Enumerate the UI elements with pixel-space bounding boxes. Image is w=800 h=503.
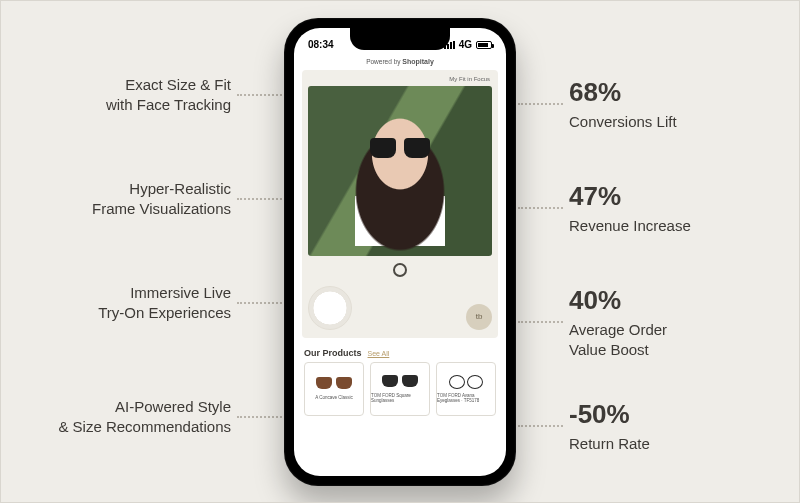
status-right: 4G xyxy=(444,39,492,50)
tryon-tabs: My Fit in Focus xyxy=(308,76,492,86)
feature-line: AI-Powered Style xyxy=(115,398,231,415)
tryon-capture-row xyxy=(308,262,492,278)
feature-text: Immersive Live Try-On Experiences xyxy=(41,283,231,324)
tryon-action-label: tb xyxy=(476,312,483,321)
product-name: TOM FORD Avana Eyeglasses · TF5178 xyxy=(437,393,495,403)
stat-value: 68% xyxy=(569,75,759,110)
stat-callout: 68% Conversions Lift xyxy=(500,75,759,132)
stat-callout: 40% Average Order Value Boost xyxy=(500,283,759,361)
feature-text: AI-Powered Style & Size Recommendations xyxy=(41,397,231,438)
product-cards[interactable]: A Concave Classic TOM FORD Square Sungla… xyxy=(304,362,496,416)
feature-callout: Hyper-Realistic Frame Visualizations xyxy=(41,179,300,220)
connector-dots xyxy=(518,321,563,323)
feature-line: & Size Recommendations xyxy=(58,418,231,435)
stat-label: Return Rate xyxy=(569,435,650,452)
connector-dots xyxy=(518,207,563,209)
network-label: 4G xyxy=(459,39,472,50)
powered-by: Powered by Shopitaly xyxy=(294,56,506,66)
feature-callout: Immersive Live Try-On Experiences xyxy=(41,283,300,324)
feature-line: Frame Visualizations xyxy=(92,200,231,217)
feature-line: Exact Size & Fit xyxy=(125,76,231,93)
phone-notch xyxy=(350,28,450,50)
stat-label: Average Order xyxy=(569,321,667,338)
phone-frame: 08:34 4G Powered by Shopitaly My Fit in … xyxy=(284,18,516,486)
connector-dots xyxy=(237,302,282,304)
stat-value: -50% xyxy=(569,397,759,432)
see-all-link[interactable]: See All xyxy=(368,350,390,357)
powered-by-label: Powered by xyxy=(366,58,400,65)
eyeglasses-icon xyxy=(446,375,486,389)
battery-icon xyxy=(476,41,492,49)
stat-value: 40% xyxy=(569,283,759,318)
sunglasses-icon xyxy=(314,377,354,391)
connector-dots xyxy=(237,198,282,200)
our-products-section: Our Products See All A Concave Classic T… xyxy=(294,338,506,416)
tryon-thumb-row: tb xyxy=(308,286,492,330)
powered-by-brand: Shopitaly xyxy=(402,58,434,65)
stat-label: Conversions Lift xyxy=(569,113,677,130)
connector-dots xyxy=(237,94,282,96)
stat-text: 40% Average Order Value Boost xyxy=(569,283,759,361)
tryon-panel: My Fit in Focus tb xyxy=(302,70,498,338)
product-card[interactable]: A Concave Classic xyxy=(304,362,364,416)
feature-callout: AI-Powered Style & Size Recommendations xyxy=(41,397,300,438)
product-card[interactable]: TOM FORD Avana Eyeglasses · TF5178 xyxy=(436,362,496,416)
stat-text: -50% Return Rate xyxy=(569,397,759,454)
stat-text: 47% Revenue Increase xyxy=(569,179,759,236)
frame-swatch[interactable] xyxy=(308,286,352,330)
our-products-title: Our Products xyxy=(304,348,362,358)
connector-dots xyxy=(518,425,563,427)
stat-value: 47% xyxy=(569,179,759,214)
feature-line: with Face Tracking xyxy=(106,96,231,113)
feature-text: Hyper-Realistic Frame Visualizations xyxy=(41,179,231,220)
stat-callout: -50% Return Rate xyxy=(500,397,759,454)
feature-line: Try-On Experiences xyxy=(98,304,231,321)
tryon-camera-view[interactable] xyxy=(308,86,492,256)
connector-dots xyxy=(237,416,282,418)
status-time: 08:34 xyxy=(308,39,334,50)
phone-screen: 08:34 4G Powered by Shopitaly My Fit in … xyxy=(294,28,506,476)
feature-text: Exact Size & Fit with Face Tracking xyxy=(41,75,231,116)
feature-callout: Exact Size & Fit with Face Tracking xyxy=(41,75,300,116)
tryon-tab[interactable]: My Fit in Focus xyxy=(449,76,490,82)
stat-label: Value Boost xyxy=(569,341,649,358)
stat-callout: 47% Revenue Increase xyxy=(500,179,759,236)
stat-label: Revenue Increase xyxy=(569,217,691,234)
tryon-action-button[interactable]: tb xyxy=(466,304,492,330)
connector-dots xyxy=(518,103,563,105)
product-name: A Concave Classic xyxy=(315,395,353,400)
product-name: TOM FORD Square Sunglasses xyxy=(371,393,429,403)
sunglasses-icon xyxy=(380,375,420,389)
product-card[interactable]: TOM FORD Square Sunglasses xyxy=(370,362,430,416)
feature-line: Hyper-Realistic xyxy=(129,180,231,197)
capture-button[interactable] xyxy=(393,263,407,277)
stat-text: 68% Conversions Lift xyxy=(569,75,759,132)
feature-line: Immersive Live xyxy=(130,284,231,301)
our-products-header: Our Products See All xyxy=(304,348,496,358)
virtual-sunglasses-icon xyxy=(370,138,430,160)
